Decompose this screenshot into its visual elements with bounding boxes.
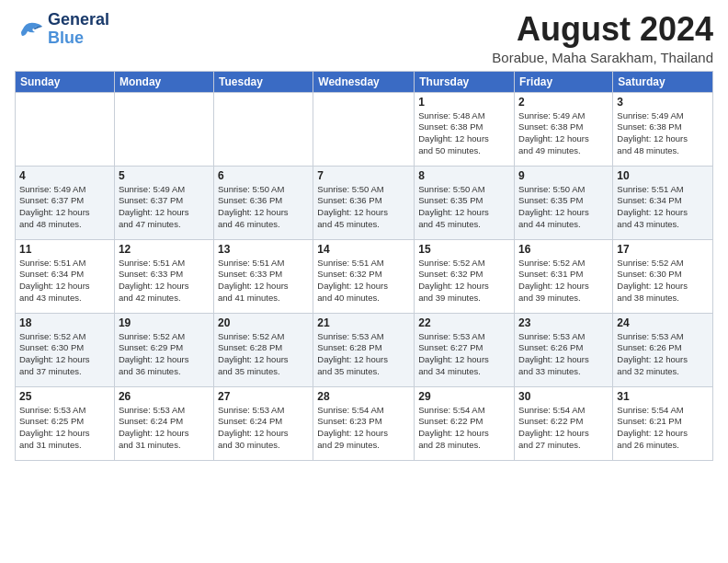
table-row: 22Sunrise: 5:53 AM Sunset: 6:27 PM Dayli… xyxy=(415,313,515,386)
day-number: 3 xyxy=(617,96,709,109)
calendar-header-row: Sunday Monday Tuesday Wednesday Thursday… xyxy=(16,71,713,92)
day-number: 4 xyxy=(19,169,110,182)
col-wednesday: Wednesday xyxy=(313,71,415,92)
day-info: Sunrise: 5:49 AM Sunset: 6:37 PM Dayligh… xyxy=(19,184,110,231)
day-number: 8 xyxy=(418,169,510,182)
day-info: Sunrise: 5:54 AM Sunset: 6:21 PM Dayligh… xyxy=(617,405,709,452)
col-tuesday: Tuesday xyxy=(214,71,313,92)
col-friday: Friday xyxy=(515,71,613,92)
day-info: Sunrise: 5:49 AM Sunset: 6:38 PM Dayligh… xyxy=(518,110,609,157)
table-row: 5Sunrise: 5:49 AM Sunset: 6:37 PM Daylig… xyxy=(114,166,213,239)
table-row: 25Sunrise: 5:53 AM Sunset: 6:25 PM Dayli… xyxy=(16,386,115,460)
table-row: 24Sunrise: 5:53 AM Sunset: 6:26 PM Dayli… xyxy=(613,313,713,386)
table-row: 27Sunrise: 5:53 AM Sunset: 6:24 PM Dayli… xyxy=(214,386,313,460)
day-number: 6 xyxy=(218,169,309,182)
day-number: 10 xyxy=(617,169,709,182)
table-row: 19Sunrise: 5:52 AM Sunset: 6:29 PM Dayli… xyxy=(114,313,213,386)
day-info: Sunrise: 5:51 AM Sunset: 6:34 PM Dayligh… xyxy=(19,258,110,304)
day-number: 11 xyxy=(19,243,110,256)
table-row: 10Sunrise: 5:51 AM Sunset: 6:34 PM Dayli… xyxy=(613,166,713,239)
table-row: 17Sunrise: 5:52 AM Sunset: 6:30 PM Dayli… xyxy=(613,239,713,313)
title-block: August 2024 Borabue, Maha Sarakham, Thai… xyxy=(492,11,713,65)
day-number: 5 xyxy=(119,169,210,182)
day-number: 30 xyxy=(518,390,609,403)
table-row: 30Sunrise: 5:54 AM Sunset: 6:22 PM Dayli… xyxy=(515,386,613,460)
table-row: 31Sunrise: 5:54 AM Sunset: 6:21 PM Dayli… xyxy=(613,386,713,460)
day-number: 2 xyxy=(518,96,609,109)
day-number: 18 xyxy=(19,316,110,329)
day-info: Sunrise: 5:51 AM Sunset: 6:32 PM Dayligh… xyxy=(317,258,410,304)
day-info: Sunrise: 5:53 AM Sunset: 6:24 PM Dayligh… xyxy=(119,405,210,452)
day-number: 24 xyxy=(617,316,709,329)
day-info: Sunrise: 5:52 AM Sunset: 6:30 PM Dayligh… xyxy=(19,331,110,378)
day-info: Sunrise: 5:51 AM Sunset: 6:34 PM Dayligh… xyxy=(617,184,709,231)
table-row: 29Sunrise: 5:54 AM Sunset: 6:22 PM Dayli… xyxy=(415,386,515,460)
calendar-week-row: 25Sunrise: 5:53 AM Sunset: 6:25 PM Dayli… xyxy=(16,386,713,460)
calendar-week-row: 18Sunrise: 5:52 AM Sunset: 6:30 PM Dayli… xyxy=(16,313,713,386)
day-info: Sunrise: 5:54 AM Sunset: 6:22 PM Dayligh… xyxy=(518,405,609,452)
day-info: Sunrise: 5:53 AM Sunset: 6:24 PM Dayligh… xyxy=(218,405,309,452)
day-number: 31 xyxy=(617,390,709,403)
day-number: 27 xyxy=(218,390,309,403)
logo-text: GeneralBlue xyxy=(48,10,109,47)
header: GeneralBlue August 2024 Borabue, Maha Sa… xyxy=(15,11,713,65)
main-title: August 2024 xyxy=(492,11,713,48)
calendar-body: 1Sunrise: 5:48 AM Sunset: 6:38 PM Daylig… xyxy=(16,92,713,460)
day-number: 26 xyxy=(119,390,210,403)
subtitle: Borabue, Maha Sarakham, Thailand xyxy=(492,50,713,65)
col-monday: Monday xyxy=(114,71,213,92)
calendar-table: Sunday Monday Tuesday Wednesday Thursday… xyxy=(15,71,713,461)
col-saturday: Saturday xyxy=(613,71,713,92)
table-row xyxy=(16,92,115,166)
day-number: 25 xyxy=(19,390,110,403)
day-number: 20 xyxy=(218,316,309,329)
day-number: 19 xyxy=(119,316,210,329)
calendar-week-row: 4Sunrise: 5:49 AM Sunset: 6:37 PM Daylig… xyxy=(16,166,713,239)
table-row: 3Sunrise: 5:49 AM Sunset: 6:38 PM Daylig… xyxy=(613,92,713,166)
day-info: Sunrise: 5:54 AM Sunset: 6:22 PM Dayligh… xyxy=(418,405,510,452)
day-info: Sunrise: 5:50 AM Sunset: 6:36 PM Dayligh… xyxy=(218,184,309,231)
day-info: Sunrise: 5:52 AM Sunset: 6:31 PM Dayligh… xyxy=(518,258,609,304)
day-number: 22 xyxy=(418,316,510,329)
day-info: Sunrise: 5:50 AM Sunset: 6:35 PM Dayligh… xyxy=(518,184,609,231)
day-info: Sunrise: 5:53 AM Sunset: 6:27 PM Dayligh… xyxy=(418,331,510,378)
day-info: Sunrise: 5:54 AM Sunset: 6:23 PM Dayligh… xyxy=(317,405,410,452)
day-number: 23 xyxy=(518,316,609,329)
day-info: Sunrise: 5:49 AM Sunset: 6:38 PM Dayligh… xyxy=(617,110,709,157)
day-info: Sunrise: 5:50 AM Sunset: 6:36 PM Dayligh… xyxy=(317,184,410,231)
day-info: Sunrise: 5:49 AM Sunset: 6:37 PM Dayligh… xyxy=(119,184,210,231)
table-row xyxy=(114,92,213,166)
col-thursday: Thursday xyxy=(415,71,515,92)
day-number: 12 xyxy=(119,243,210,256)
day-info: Sunrise: 5:52 AM Sunset: 6:28 PM Dayligh… xyxy=(218,331,309,378)
table-row: 13Sunrise: 5:51 AM Sunset: 6:33 PM Dayli… xyxy=(214,239,313,313)
day-info: Sunrise: 5:48 AM Sunset: 6:38 PM Dayligh… xyxy=(418,110,510,157)
table-row xyxy=(313,92,415,166)
table-row: 8Sunrise: 5:50 AM Sunset: 6:35 PM Daylig… xyxy=(415,166,515,239)
table-row: 18Sunrise: 5:52 AM Sunset: 6:30 PM Dayli… xyxy=(16,313,115,386)
day-number: 9 xyxy=(518,169,609,182)
table-row: 12Sunrise: 5:51 AM Sunset: 6:33 PM Dayli… xyxy=(114,239,213,313)
table-row: 21Sunrise: 5:53 AM Sunset: 6:28 PM Dayli… xyxy=(313,313,415,386)
day-number: 14 xyxy=(317,243,410,256)
day-number: 29 xyxy=(418,390,510,403)
day-info: Sunrise: 5:51 AM Sunset: 6:33 PM Dayligh… xyxy=(218,258,309,304)
day-info: Sunrise: 5:53 AM Sunset: 6:28 PM Dayligh… xyxy=(317,331,410,378)
day-number: 28 xyxy=(317,390,410,403)
day-number: 13 xyxy=(218,243,309,256)
table-row: 23Sunrise: 5:53 AM Sunset: 6:26 PM Dayli… xyxy=(515,313,613,386)
calendar-week-row: 1Sunrise: 5:48 AM Sunset: 6:38 PM Daylig… xyxy=(16,92,713,166)
table-row: 6Sunrise: 5:50 AM Sunset: 6:36 PM Daylig… xyxy=(214,166,313,239)
table-row: 7Sunrise: 5:50 AM Sunset: 6:36 PM Daylig… xyxy=(313,166,415,239)
table-row: 15Sunrise: 5:52 AM Sunset: 6:32 PM Dayli… xyxy=(415,239,515,313)
day-number: 17 xyxy=(617,243,709,256)
day-info: Sunrise: 5:53 AM Sunset: 6:26 PM Dayligh… xyxy=(617,331,709,378)
table-row xyxy=(214,92,313,166)
day-info: Sunrise: 5:53 AM Sunset: 6:26 PM Dayligh… xyxy=(518,331,609,378)
day-info: Sunrise: 5:52 AM Sunset: 6:29 PM Dayligh… xyxy=(119,331,210,378)
day-info: Sunrise: 5:53 AM Sunset: 6:25 PM Dayligh… xyxy=(19,405,110,452)
day-number: 7 xyxy=(317,169,410,182)
table-row: 9Sunrise: 5:50 AM Sunset: 6:35 PM Daylig… xyxy=(515,166,613,239)
day-number: 15 xyxy=(418,243,510,256)
table-row: 26Sunrise: 5:53 AM Sunset: 6:24 PM Dayli… xyxy=(114,386,213,460)
